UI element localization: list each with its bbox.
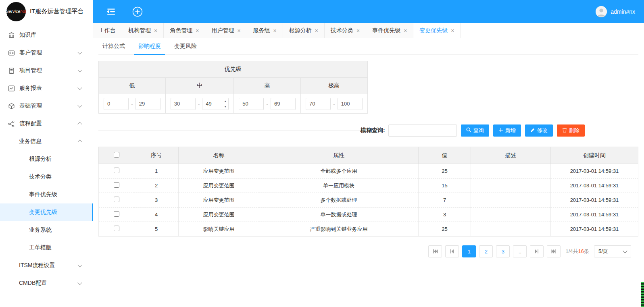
tab-tech-category[interactable]: 技术分类 × <box>325 23 366 38</box>
priority-high-max-input[interactable] <box>271 98 296 110</box>
sidebar-item-label: 客户管理 <box>19 49 42 56</box>
next-page-button[interactable] <box>530 245 544 257</box>
tab-workbench[interactable]: 工作台 <box>93 23 122 38</box>
sidebar-item-label: 变更优先级 <box>29 209 57 216</box>
scrollbar-indicator[interactable] <box>641 282 644 307</box>
first-page-button[interactable] <box>428 245 442 257</box>
delete-button-label: 删除 <box>569 127 579 134</box>
logo: Servicehot <box>6 2 26 21</box>
close-tab-icon[interactable]: × <box>404 28 407 33</box>
sidebar-item-change-priority[interactable]: 变更优先级 <box>0 203 93 221</box>
add-button-label: 新增 <box>505 127 516 134</box>
tab-change-priority[interactable]: 变更优先级 × <box>413 23 461 38</box>
priority-critical-min-input[interactable] <box>306 98 331 110</box>
sidebar-item-customer-management[interactable]: 客户管理 <box>0 44 93 62</box>
sidebar-item-business-system[interactable]: 业务系统 <box>0 221 93 239</box>
pagination-info: 1/4共16条 <box>565 248 589 255</box>
main-area: admin#nx 工作台 机构管理 × 角色管理 × 用户管理 × 服务组 × <box>93 0 644 307</box>
tab-label: 角色管理 <box>170 27 192 34</box>
subtab-calc-formula[interactable]: 计算公式 <box>98 38 129 54</box>
priority-low-min-input[interactable] <box>104 98 129 110</box>
delete-button[interactable]: 删除 <box>557 124 585 137</box>
page-button-3[interactable]: 3 <box>496 245 510 257</box>
sidebar-item-service-report[interactable]: 服务报表 <box>0 79 93 97</box>
row-checkbox[interactable] <box>114 226 119 231</box>
tab-org-management[interactable]: 机构管理 × <box>122 23 164 38</box>
close-tab-icon[interactable]: × <box>154 28 157 33</box>
priority-medium-max-input[interactable] <box>202 98 222 110</box>
stepper-down-icon[interactable]: ▾ <box>222 104 228 110</box>
row-checkbox[interactable] <box>114 168 119 173</box>
range-separator: - <box>333 101 335 107</box>
last-page-button[interactable] <box>547 245 561 257</box>
prev-page-button[interactable] <box>445 245 459 257</box>
search-icon <box>466 127 471 134</box>
priority-level-medium: 中 <box>165 78 234 94</box>
priority-high-min-input[interactable] <box>239 98 264 110</box>
tab-role-management[interactable]: 角色管理 × <box>164 23 205 38</box>
tab-service-group[interactable]: 服务组 × <box>247 23 283 38</box>
row-checkbox[interactable] <box>114 197 119 202</box>
sidebar-menu: 知识库 客户管理 项目管理 服务报表 <box>0 23 93 292</box>
row-checkbox[interactable] <box>114 211 119 217</box>
page-button-2[interactable]: 2 <box>479 245 493 257</box>
priority-low-max-input[interactable] <box>135 98 160 110</box>
sidebar-item-cmdb-config[interactable]: CMDB配置 <box>0 274 93 292</box>
tab-label: 事件优先级 <box>372 27 400 34</box>
column-header: 描述 <box>471 147 551 164</box>
tab-incident-priority[interactable]: 事件优先级 × <box>366 23 413 38</box>
collapse-sidebar-icon[interactable] <box>106 8 116 16</box>
subtab-impact-level[interactable]: 影响程度 <box>134 38 165 54</box>
tab-label: 用户管理 <box>211 27 234 34</box>
sidebar-item-itsm-process-settings[interactable]: ITSM流程设置 <box>0 257 93 274</box>
page-ellipsis[interactable]: .. <box>513 245 527 257</box>
edit-button-label: 修改 <box>537 127 548 134</box>
stepper-up-icon[interactable]: ▴ <box>222 98 228 104</box>
sidebar-item-process-config[interactable]: 流程配置 <box>0 115 93 133</box>
logo-text: Service <box>6 9 20 14</box>
knowledge-base-icon <box>8 32 15 39</box>
project-management-icon <box>8 67 15 74</box>
tab-user-management[interactable]: 用户管理 × <box>205 23 247 38</box>
sidebar-item-ticket-template[interactable]: 工单模版 <box>0 239 93 257</box>
service-report-icon <box>8 85 15 92</box>
range-separator: - <box>131 101 133 107</box>
sidebar-item-label: 项目管理 <box>19 67 42 74</box>
sidebar-item-tech-category[interactable]: 技术分类 <box>0 168 93 186</box>
page-button-1[interactable]: 1 <box>462 245 476 257</box>
sidebar-item-root-cause-analysis[interactable]: 根源分析 <box>0 150 93 168</box>
sidebar-item-label: 业务系统 <box>29 226 52 234</box>
close-tab-icon[interactable]: × <box>196 28 199 33</box>
priority-level-low: 低 <box>99 78 166 94</box>
tab-root-cause-analysis[interactable]: 根源分析 × <box>283 23 325 38</box>
close-tab-icon[interactable]: × <box>356 28 360 33</box>
table-row: 5 影响关键应用 严重影响到关键业务应用 25 2017-03-01 14:59… <box>99 222 638 236</box>
user-menu[interactable]: admin#nx <box>596 6 635 17</box>
query-button[interactable]: 查询 <box>461 124 489 137</box>
priority-critical-max-input[interactable] <box>338 98 363 110</box>
add-button[interactable]: 新增 <box>493 124 521 137</box>
sub-tab-bar: 计算公式 影响程度 变更风险 <box>98 38 638 55</box>
priority-medium-max-stepper: ▴ ▾ <box>202 98 229 110</box>
column-header: 属性 <box>259 147 419 164</box>
sidebar-item-base-management[interactable]: 基础管理 <box>0 97 93 115</box>
page-size-select[interactable]: 5/页 <box>594 245 631 257</box>
sidebar-item-incident-priority[interactable]: 事件优先级 <box>0 186 93 203</box>
close-tab-icon[interactable]: × <box>237 28 240 33</box>
select-all-checkbox[interactable] <box>114 152 119 158</box>
priority-medium-min-input[interactable] <box>171 98 196 110</box>
close-tab-icon[interactable]: × <box>451 28 454 33</box>
add-tab-icon[interactable] <box>132 6 143 17</box>
subtab-change-risk[interactable]: 变更风险 <box>170 38 201 54</box>
sidebar-item-project-management[interactable]: 项目管理 <box>0 62 93 79</box>
close-tab-icon[interactable]: × <box>315 28 318 33</box>
close-tab-icon[interactable]: × <box>273 28 277 33</box>
attribute-table: 序号 名称 属性 值 描述 创建时间 1 应用变更范围 全部或多个应用 25 2… <box>98 147 638 236</box>
edit-button[interactable]: 修改 <box>525 124 553 137</box>
topbar: admin#nx <box>93 0 644 23</box>
row-checkbox[interactable] <box>114 182 119 188</box>
content-area: 计算公式 影响程度 变更风险 优先级 低 中 高 极高 <box>93 38 644 307</box>
search-input[interactable] <box>388 124 457 137</box>
sidebar-item-knowledge-base[interactable]: 知识库 <box>0 26 93 44</box>
sidebar-item-business-info[interactable]: 业务信息 <box>0 133 93 150</box>
